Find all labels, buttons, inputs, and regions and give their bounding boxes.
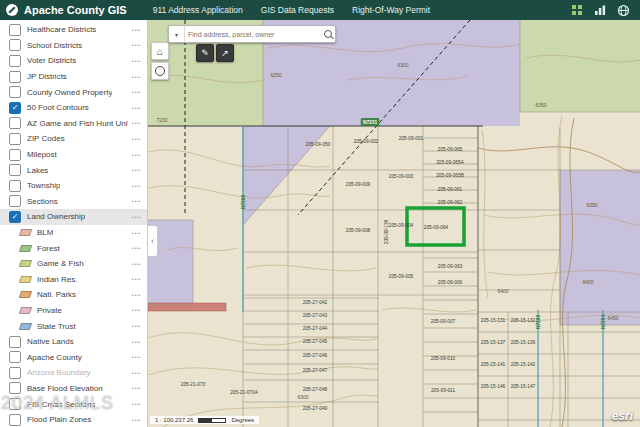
- locate-button[interactable]: [151, 62, 169, 80]
- layer-checkbox[interactable]: [9, 133, 21, 145]
- nav-gis-data-requests[interactable]: GIS Data Requests: [261, 5, 334, 15]
- sidebar-item-healthcare-districts[interactable]: Healthcare Districts•••: [0, 22, 147, 38]
- layer-checkbox[interactable]: [9, 180, 21, 192]
- scale-units: Degrees: [231, 417, 254, 423]
- nav-911-address-application[interactable]: 911 Address Application: [153, 5, 243, 15]
- layer-options-button[interactable]: •••: [128, 136, 141, 142]
- layer-options-button[interactable]: •••: [128, 214, 141, 220]
- layer-checkbox[interactable]: [9, 24, 21, 36]
- layer-checkbox[interactable]: [9, 164, 21, 176]
- sidebar-item-county-owned-property[interactable]: County Owned Property•••: [0, 84, 147, 100]
- layer-list-sidebar: Healthcare Districts•••School Districts•…: [0, 20, 148, 427]
- layer-checkbox[interactable]: [9, 149, 21, 161]
- layer-label: Township: [27, 181, 60, 190]
- layer-options-button[interactable]: •••: [128, 401, 141, 407]
- chart-icon[interactable]: [594, 4, 606, 16]
- sidebar-item-jp-districts[interactable]: JP Districts•••: [0, 69, 147, 85]
- layer-options-button[interactable]: •••: [128, 354, 141, 360]
- layer-options-button[interactable]: •••: [128, 27, 141, 33]
- sidebar-item-apache-county[interactable]: Apache County•••: [0, 349, 147, 365]
- layer-options-button[interactable]: •••: [128, 292, 141, 298]
- map-canvas[interactable]: 205-09-050205-09-002205-09-001205-09-065…: [148, 20, 640, 427]
- layer-checkbox[interactable]: [9, 414, 21, 426]
- map-container: 205-09-050205-09-002205-09-001205-09-065…: [148, 20, 640, 427]
- layer-options-button[interactable]: •••: [128, 89, 141, 95]
- layer-label: Private: [37, 306, 62, 315]
- layer-checkbox[interactable]: [9, 55, 21, 67]
- sidebar-item-voter-districts[interactable]: Voter Districts•••: [0, 53, 147, 69]
- layer-checkbox[interactable]: ✓: [9, 102, 21, 114]
- layer-checkbox[interactable]: [9, 195, 21, 207]
- sidebar-item-arizona-boundary[interactable]: Arizona Boundary•••: [0, 365, 147, 381]
- layer-checkbox[interactable]: [9, 39, 21, 51]
- sidebar-item-forest[interactable]: Forest•••: [0, 240, 147, 256]
- layer-options-button[interactable]: •••: [128, 74, 141, 80]
- layer-options-button[interactable]: •••: [128, 323, 141, 329]
- layer-options-button[interactable]: •••: [128, 245, 141, 251]
- pencil-icon: ✎: [201, 48, 209, 58]
- search-input[interactable]: [185, 31, 320, 38]
- sidebar-item-az-game-and-fish-hunt-units[interactable]: AZ Game and Fish Hunt Units•••: [0, 116, 147, 132]
- layer-options-button[interactable]: •••: [128, 276, 141, 282]
- draw-button[interactable]: ✎: [196, 44, 214, 62]
- sidebar-item-game-fish[interactable]: Game & Fish•••: [0, 256, 147, 272]
- sidebar-item-lakes[interactable]: Lakes•••: [0, 162, 147, 178]
- layer-options-button[interactable]: •••: [128, 307, 141, 313]
- sidebar-item-flood-plain-zones[interactable]: Flood Plain Zones•••: [0, 412, 147, 427]
- locate-icon: [155, 66, 165, 76]
- map-search-bar: ▾: [168, 25, 336, 43]
- layer-options-button[interactable]: •••: [128, 230, 141, 236]
- layer-options-button[interactable]: •••: [128, 339, 141, 345]
- home-button[interactable]: ⌂: [151, 42, 169, 60]
- search-button[interactable]: [320, 26, 335, 42]
- layer-options-button[interactable]: •••: [128, 42, 141, 48]
- layer-options-button[interactable]: •••: [128, 261, 141, 267]
- top-nav: 911 Address ApplicationGIS Data Requests…: [153, 5, 430, 15]
- parcel-label: 205-09-065: [438, 147, 463, 152]
- layer-checkbox[interactable]: [9, 71, 21, 83]
- contour-label: 6300: [297, 394, 308, 400]
- legend-swatch: [19, 276, 32, 283]
- apps-grid-icon[interactable]: [571, 4, 583, 16]
- layer-options-button[interactable]: •••: [128, 198, 141, 204]
- parcel-label: 205-15-137: [481, 340, 506, 345]
- layer-options-button[interactable]: •••: [128, 183, 141, 189]
- layer-label: Natl. Parks: [37, 290, 76, 299]
- parcel-label: 205-15-139: [511, 340, 536, 345]
- layer-checkbox[interactable]: [9, 336, 21, 348]
- layer-options-button[interactable]: •••: [128, 120, 141, 126]
- parcel-label: 205-09-002: [354, 139, 379, 144]
- globe-icon[interactable]: [617, 4, 630, 17]
- layer-checkbox[interactable]: [9, 86, 21, 98]
- sidebar-item-township[interactable]: Township•••: [0, 178, 147, 194]
- sidebar-item-indian-res[interactable]: Indian Res.•••: [0, 272, 147, 288]
- layer-options-button[interactable]: •••: [128, 167, 141, 173]
- layer-checkbox[interactable]: [9, 117, 21, 129]
- parcel-label: 205-21-073: [181, 382, 206, 387]
- layer-options-button[interactable]: •••: [128, 152, 141, 158]
- sidebar-item-natl-parks[interactable]: Natl. Parks•••: [0, 287, 147, 303]
- layer-checkbox[interactable]: ✓: [9, 211, 21, 223]
- sidebar-item-school-districts[interactable]: School Districts•••: [0, 38, 147, 54]
- nav-right-of-way-permit[interactable]: Right-Of-Way Permit: [352, 5, 430, 15]
- layer-options-button[interactable]: •••: [128, 105, 141, 111]
- sidebar-item-milepost[interactable]: Milepost•••: [0, 147, 147, 163]
- sidebar-item-zip-codes[interactable]: ZIP Codes•••: [0, 131, 147, 147]
- search-dropdown-button[interactable]: ▾: [169, 26, 185, 42]
- sidebar-item-native-lands[interactable]: Native Lands•••: [0, 334, 147, 350]
- parcel-label: 205-09-139: [384, 219, 389, 244]
- sidebar-item-blm[interactable]: BLM•••: [0, 225, 147, 241]
- sidebar-item-private[interactable]: Private•••: [0, 303, 147, 319]
- measure-button[interactable]: ↗: [216, 44, 234, 62]
- layer-options-button[interactable]: •••: [128, 417, 141, 423]
- sidebar-item-50-foot-contours[interactable]: ✓50 Foot Contours•••: [0, 100, 147, 116]
- layer-checkbox[interactable]: [9, 351, 21, 363]
- layer-options-button[interactable]: •••: [128, 385, 141, 391]
- sidebar-collapse-handle[interactable]: ‹: [148, 225, 158, 257]
- layer-options-button[interactable]: •••: [128, 58, 141, 64]
- sidebar-item-state-trust[interactable]: State Trust•••: [0, 318, 147, 334]
- sidebar-item-sections[interactable]: Sections•••: [0, 194, 147, 210]
- sidebar-item-land-ownership[interactable]: ✓Land Ownership•••: [0, 209, 147, 225]
- layer-options-button[interactable]: •••: [128, 370, 141, 376]
- layer-checkbox[interactable]: [9, 367, 21, 379]
